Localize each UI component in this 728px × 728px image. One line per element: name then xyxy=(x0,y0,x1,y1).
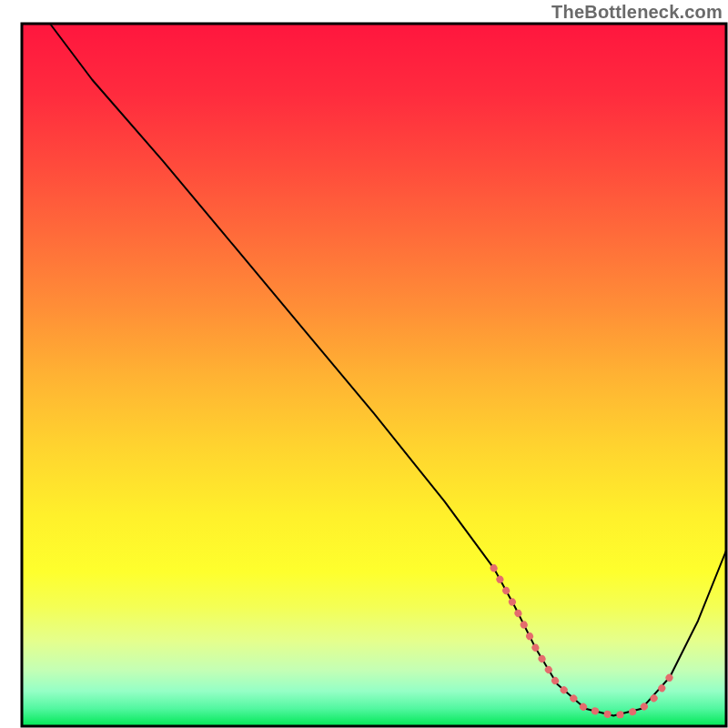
bottleneck-chart xyxy=(0,0,728,728)
plot-area xyxy=(22,24,726,726)
chart-frame: TheBottleneck.com xyxy=(0,0,728,728)
